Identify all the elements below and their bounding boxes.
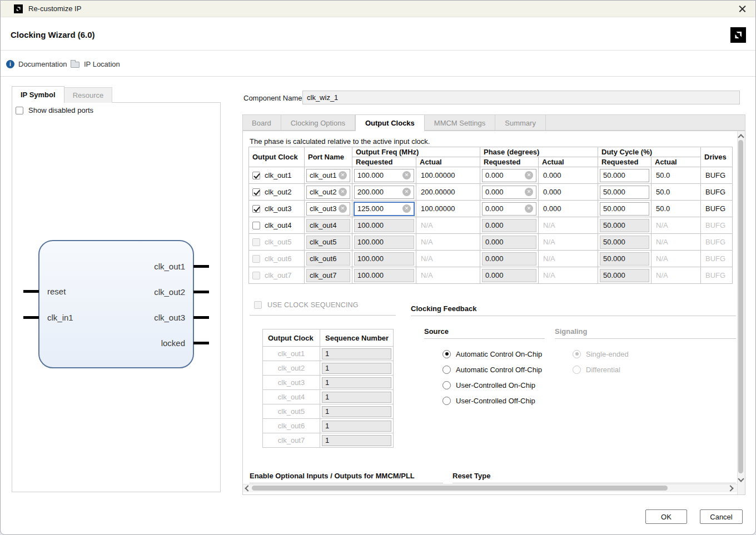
clk_out7-freq-requested-field: 100.000	[354, 269, 414, 282]
radio-automatic-control-off-chip[interactable]: Automatic Control Off-Chip	[442, 364, 542, 375]
clear-icon[interactable]	[525, 188, 533, 196]
show-disabled-ports-checkbox[interactable]	[16, 107, 23, 114]
ip-location-label: IP Location	[84, 60, 120, 68]
horizontal-scrollbar-thumb[interactable]	[252, 486, 668, 491]
clk_out4-port-name-field: clk_out4	[306, 219, 350, 232]
clk_out5-label: clk_out5	[265, 238, 291, 246]
actual-value: N/A	[416, 254, 480, 263]
sequence-table: Output ClockSequence Number clk_out1 1 c…	[262, 329, 394, 448]
clk_out5-drives-select: BUFG	[701, 238, 732, 246]
radio-icon[interactable]	[442, 381, 451, 389]
clear-icon[interactable]	[402, 204, 411, 213]
use-clock-sequencing-label: USE CLOCK SEQUENCING	[267, 301, 359, 309]
clear-icon[interactable]	[402, 188, 411, 196]
clk_out5-port-name-field: clk_out5	[306, 236, 350, 249]
info-icon: i	[6, 60, 14, 68]
use-clock-sequencing: USE CLOCK SEQUENCING	[254, 301, 359, 309]
divider	[250, 483, 443, 483]
clear-icon[interactable]	[339, 204, 347, 213]
tab-summary[interactable]: Summary	[495, 115, 546, 131]
sequence-row-clk_out7: clk_out7 1	[263, 433, 394, 448]
clk_out2-port-name-field[interactable]: clk_out2	[306, 186, 350, 199]
divider	[411, 316, 736, 316]
clk_out6-seq-label: clk_out6	[263, 419, 320, 433]
clk_out7-enable-checkbox	[252, 272, 260, 279]
signaling-title: Signaling	[555, 327, 588, 336]
clk_out1-enable-checkbox[interactable]	[252, 172, 260, 179]
radio-label: Automatic Control Off-Chip	[456, 366, 542, 374]
clk_out3-label: clk_out3	[265, 204, 291, 213]
folder-icon	[71, 62, 79, 68]
tab-board[interactable]: Board	[242, 115, 281, 131]
clk_out1-pin-label: clk_out1	[106, 262, 185, 271]
show-disabled-ports[interactable]: Show disabled ports	[16, 106, 93, 114]
clk_out3-drives-select[interactable]: BUFG	[701, 204, 732, 213]
clk_out4-label: clk_out4	[265, 221, 291, 229]
tab-resource[interactable]: Resource	[64, 87, 113, 103]
clk_out1-drives-select[interactable]: BUFG	[701, 171, 732, 179]
actual-value: N/A	[651, 221, 700, 229]
vertical-scrollbar-thumb[interactable]	[738, 140, 743, 473]
documentation-button[interactable]: i Documentation	[6, 59, 67, 69]
close-icon[interactable]	[737, 3, 749, 15]
clk_out3-freq-requested-field[interactable]: 125.000	[354, 202, 415, 216]
clk_out2-drives-select[interactable]: BUFG	[701, 188, 732, 196]
tab-clocking-options[interactable]: Clocking Options	[281, 115, 355, 131]
clk_out3-port-name-field[interactable]: clk_out3	[306, 202, 350, 216]
clk_out1-freq-requested-field[interactable]: 100.000	[354, 169, 414, 182]
tab-ip-symbol[interactable]: IP Symbol	[12, 86, 64, 103]
clk_out1-port-name-field[interactable]: clk_out1	[306, 169, 350, 182]
radio-user-controlled-off-chip[interactable]: User-Controlled Off-Chip	[442, 395, 535, 406]
clk_out6-duty-requested-field: 50.000	[600, 252, 649, 266]
clear-icon[interactable]	[525, 171, 533, 179]
clear-icon[interactable]	[339, 171, 347, 179]
clk_out7-drives-select: BUFG	[701, 271, 732, 279]
clk_out6-freq-requested-field: 100.000	[354, 252, 414, 266]
actual-value: 0.000	[539, 171, 598, 179]
clk_out4-enable-checkbox[interactable]	[252, 222, 260, 229]
radio-icon[interactable]	[442, 366, 451, 374]
left-tab-bar: IP SymbolResource	[12, 86, 112, 103]
output-clocks-panel: The phase is calculated relative to the …	[242, 131, 745, 495]
radio-user-controlled-on-chip[interactable]: User-Controlled On-Chip	[442, 379, 535, 391]
clk_out1-phase-requested-field[interactable]: 0.000	[482, 169, 536, 182]
clk_out2-freq-requested-field[interactable]: 200.000	[354, 186, 414, 199]
clk_out2-phase-requested-field[interactable]: 0.000	[482, 186, 536, 199]
clear-icon[interactable]	[402, 171, 411, 179]
clk_out2-seq-label: clk_out2	[263, 361, 320, 376]
clk_out3-sequence-field: 1	[322, 377, 391, 388]
output-clock-row-clk_out2: clk_out2 clk_out2 200.000 200.00000 0.00…	[249, 184, 733, 201]
sequence-row-clk_out1: clk_out1 1	[263, 347, 394, 361]
ok-button[interactable]: OK	[645, 509, 687, 524]
clk_out4-freq-requested-field: 100.000	[354, 219, 414, 232]
clk_out3-duty-requested-field[interactable]: 50.000	[600, 202, 649, 216]
clk_out2-enable-checkbox[interactable]	[252, 188, 260, 196]
divider	[452, 483, 736, 483]
tab-output-clocks[interactable]: Output Clocks	[355, 114, 425, 131]
tab-mmcm-settings[interactable]: MMCM Settings	[425, 115, 495, 131]
show-disabled-ports-label: Show disabled ports	[28, 106, 93, 114]
clk_out7-port-name-field: clk_out7	[306, 269, 350, 282]
cancel-button[interactable]: Cancel	[700, 509, 743, 524]
radio-icon[interactable]	[442, 397, 451, 405]
clear-icon[interactable]	[339, 188, 347, 196]
clk_out4-duty-requested-field: 50.000	[600, 219, 649, 232]
clk_out1-duty-requested-field[interactable]: 50.000	[600, 169, 649, 182]
radio-automatic-control-on-chip[interactable]: Automatic Control On-Chip	[442, 348, 542, 359]
clear-icon[interactable]	[525, 204, 533, 213]
radio-icon[interactable]	[442, 350, 451, 358]
clk_out2-duty-requested-field[interactable]: 50.000	[600, 186, 649, 199]
clk_out1-sequence-field: 1	[322, 348, 391, 359]
actual-value: N/A	[651, 254, 700, 263]
clk_out3-enable-checkbox[interactable]	[252, 205, 260, 213]
radio-differential: Differential	[573, 364, 620, 375]
clk_out1-port-stub	[193, 265, 209, 268]
clk_out6-sequence-field: 1	[322, 421, 391, 432]
clocking-feedback-title: Clocking Feedback	[411, 304, 476, 313]
clk_out7-seq-label: clk_out7	[263, 433, 320, 448]
ip-symbol-block	[38, 240, 194, 368]
ip-location-button[interactable]: IP Location	[71, 59, 120, 69]
documentation-label: Documentation	[18, 60, 67, 68]
output-clock-row-clk_out3: clk_out3 clk_out3 125.000 100.00000 0.00…	[249, 201, 733, 217]
clk_out3-phase-requested-field[interactable]: 0.000	[482, 202, 536, 216]
